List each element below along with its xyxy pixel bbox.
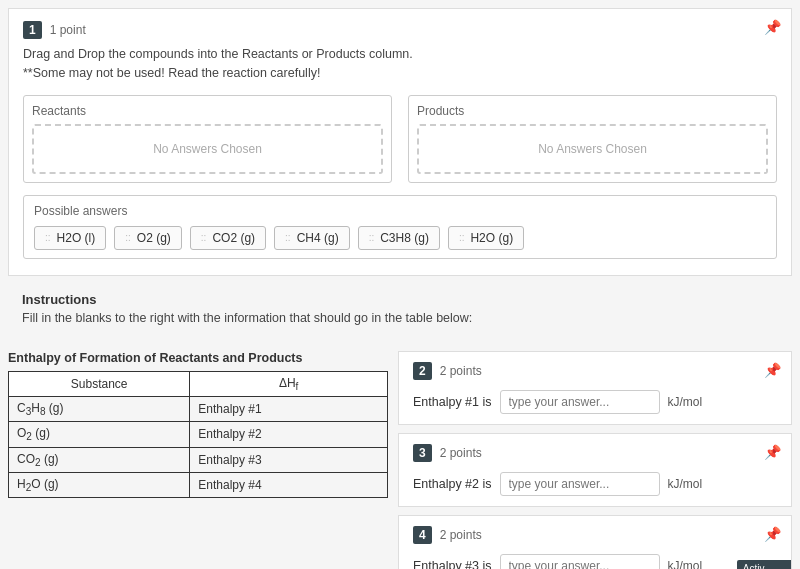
enthalpy-1-unit: kJ/mol bbox=[668, 395, 703, 409]
question-1-instructions: Drag and Drop the compounds into the Rea… bbox=[23, 45, 777, 83]
enthalpy-2-label: Enthalpy #2 is bbox=[413, 477, 492, 491]
instructions-title: Instructions bbox=[22, 292, 778, 307]
question-2-points: 2 points bbox=[440, 364, 482, 378]
pin-icon-1[interactable]: 📌 bbox=[764, 19, 781, 35]
enthalpy-2-unit: kJ/mol bbox=[668, 477, 703, 491]
enthalpy-1-input[interactable] bbox=[500, 390, 660, 414]
reactants-column[interactable]: Reactants No Answers Chosen bbox=[23, 95, 392, 183]
table-row: O2 (g) Enthalpy #2 bbox=[9, 422, 388, 447]
possible-answers-title: Possible answers bbox=[34, 204, 766, 218]
enthalpy-2: Enthalpy #2 bbox=[190, 422, 388, 447]
pin-icon-3[interactable]: 📌 bbox=[764, 444, 781, 460]
enthalpy-3-input[interactable] bbox=[500, 554, 660, 570]
chip-c3h8-g[interactable]: :: C3H8 (g) bbox=[358, 226, 440, 250]
pin-icon-2[interactable]: 📌 bbox=[764, 362, 781, 378]
table-row: C3H8 (g) Enthalpy #1 bbox=[9, 396, 388, 421]
question-2-block: 2 2 points 📌 Enthalpy #1 is kJ/mol bbox=[398, 351, 792, 425]
substance-3: CO2 (g) bbox=[9, 447, 190, 472]
chip-o2-g[interactable]: :: O2 (g) bbox=[114, 226, 182, 250]
drag-handle: :: bbox=[369, 232, 375, 243]
drag-handle: :: bbox=[125, 232, 131, 243]
enthalpy-1-label: Enthalpy #1 is bbox=[413, 395, 492, 409]
table-title: Enthalpy of Formation of Reactants and P… bbox=[8, 351, 388, 365]
answer-chips: :: H2O (l) :: O2 (g) :: CO2 (g) :: CH4 (… bbox=[34, 226, 766, 250]
drag-handle: :: bbox=[459, 232, 465, 243]
question-3-block: 3 2 points 📌 Enthalpy #2 is kJ/mol bbox=[398, 433, 792, 507]
question-1-points: 1 point bbox=[50, 23, 86, 37]
active-bar: ActivGo to S... bbox=[737, 560, 791, 570]
enthalpy-2-input[interactable] bbox=[500, 472, 660, 496]
right-questions: 2 2 points 📌 Enthalpy #1 is kJ/mol 3 2 p… bbox=[388, 351, 792, 570]
substance-4: H2O (g) bbox=[9, 473, 190, 498]
question-3-header: 3 2 points bbox=[413, 444, 777, 462]
reactants-label: Reactants bbox=[32, 104, 383, 118]
table-row: H2O (g) Enthalpy #4 bbox=[9, 473, 388, 498]
enthalpy-1: Enthalpy #1 bbox=[190, 396, 388, 421]
products-label: Products bbox=[417, 104, 768, 118]
reactants-drop-zone[interactable]: No Answers Chosen bbox=[32, 124, 383, 174]
chip-h2o-l[interactable]: :: H2O (l) bbox=[34, 226, 106, 250]
pin-icon-4[interactable]: 📌 bbox=[764, 526, 781, 542]
drag-handle: :: bbox=[201, 232, 207, 243]
chip-co2-g[interactable]: :: CO2 (g) bbox=[190, 226, 266, 250]
enthalpy-4: Enthalpy #4 bbox=[190, 473, 388, 498]
question-1-header: 1 1 point bbox=[23, 21, 777, 39]
chip-h2o-g[interactable]: :: H2O (g) bbox=[448, 226, 524, 250]
enthalpy-3-unit: kJ/mol bbox=[668, 559, 703, 570]
enthalpy-table-section: Enthalpy of Formation of Reactants and P… bbox=[8, 351, 388, 499]
question-3-number: 3 bbox=[413, 444, 432, 462]
question-4-header: 4 2 points bbox=[413, 526, 777, 544]
substance-1: C3H8 (g) bbox=[9, 396, 190, 421]
col-substance-header: Substance bbox=[9, 371, 190, 396]
question-3-answer-row: Enthalpy #2 is kJ/mol bbox=[413, 472, 777, 496]
question-4-block: 4 2 points 📌 Enthalpy #3 is kJ/mol Activ… bbox=[398, 515, 792, 570]
possible-answers-box: Possible answers :: H2O (l) :: O2 (g) ::… bbox=[23, 195, 777, 259]
question-4-number: 4 bbox=[413, 526, 432, 544]
instructions-section: Instructions Fill in the blanks to the r… bbox=[8, 284, 792, 343]
question-3-points: 2 points bbox=[440, 446, 482, 460]
products-drop-zone[interactable]: No Answers Chosen bbox=[417, 124, 768, 174]
question-2-number: 2 bbox=[413, 362, 432, 380]
products-column[interactable]: Products No Answers Chosen bbox=[408, 95, 777, 183]
question-2-answer-row: Enthalpy #1 is kJ/mol bbox=[413, 390, 777, 414]
substance-2: O2 (g) bbox=[9, 422, 190, 447]
question-1-number: 1 bbox=[23, 21, 42, 39]
question-4-points: 2 points bbox=[440, 528, 482, 542]
drag-handle: :: bbox=[45, 232, 51, 243]
table-and-questions-layout: Enthalpy of Formation of Reactants and P… bbox=[8, 351, 792, 570]
drag-drop-area: Reactants No Answers Chosen Products No … bbox=[23, 95, 777, 183]
instructions-text: Fill in the blanks to the right with the… bbox=[22, 311, 778, 325]
col-enthalpy-header: ΔHf bbox=[190, 371, 388, 396]
question-4-answer-row: Enthalpy #3 is kJ/mol bbox=[413, 554, 777, 570]
chip-ch4-g[interactable]: :: CH4 (g) bbox=[274, 226, 350, 250]
enthalpy-3-label: Enthalpy #3 is bbox=[413, 559, 492, 570]
question-2-header: 2 2 points bbox=[413, 362, 777, 380]
drag-handle: :: bbox=[285, 232, 291, 243]
table-row: CO2 (g) Enthalpy #3 bbox=[9, 447, 388, 472]
enthalpy-3: Enthalpy #3 bbox=[190, 447, 388, 472]
table-header-row: Substance ΔHf bbox=[9, 371, 388, 396]
enthalpy-table: Substance ΔHf C3H8 (g) Enthalpy #1 O2 (g… bbox=[8, 371, 388, 499]
question-1-block: 1 1 point 📌 Drag and Drop the compounds … bbox=[8, 8, 792, 276]
